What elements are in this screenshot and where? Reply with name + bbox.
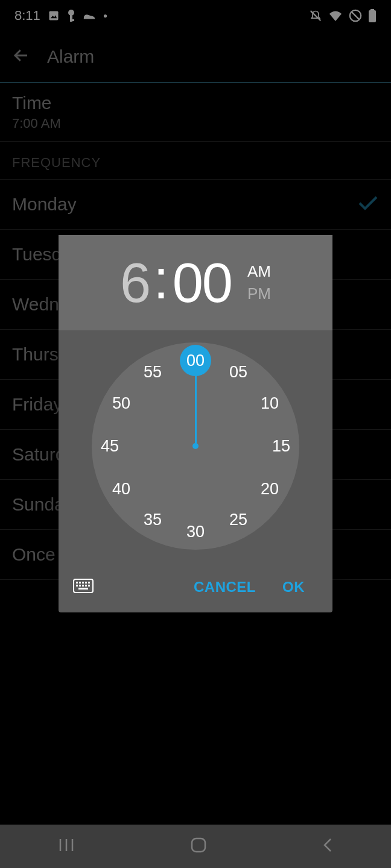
- svg-rect-16: [79, 585, 81, 587]
- pm-toggle[interactable]: PM: [247, 285, 271, 303]
- svg-rect-13: [85, 582, 87, 583]
- keyboard-icon[interactable]: [73, 579, 94, 596]
- minute-tick[interactable]: 20: [254, 473, 285, 505]
- minute-tick[interactable]: 30: [180, 516, 211, 547]
- minute-tick[interactable]: 00: [180, 345, 211, 376]
- cancel-button[interactable]: CANCEL: [180, 573, 269, 602]
- minute-tick[interactable]: 25: [223, 505, 254, 536]
- svg-rect-17: [82, 585, 84, 587]
- svg-rect-20: [78, 588, 88, 590]
- svg-rect-14: [88, 582, 90, 583]
- clock-face[interactable]: 000510152025303540455055: [92, 342, 299, 550]
- time-picker-dialog: 6 : 00 AM PM 000510152025303540455055 CA…: [59, 235, 332, 612]
- time-colon: :: [150, 248, 173, 311]
- minute-tick[interactable]: 10: [254, 388, 285, 419]
- minute-tick[interactable]: 55: [137, 356, 168, 388]
- minute-tick[interactable]: 45: [94, 430, 126, 462]
- minute-tick[interactable]: 50: [106, 388, 137, 419]
- minute-tick[interactable]: 40: [106, 473, 137, 505]
- svg-rect-11: [79, 582, 81, 583]
- hour-display[interactable]: 6: [120, 251, 150, 315]
- svg-rect-12: [82, 582, 84, 583]
- minute-tick[interactable]: 35: [137, 505, 168, 536]
- minute-display[interactable]: 00: [173, 251, 232, 315]
- svg-rect-15: [76, 585, 78, 587]
- clock-center: [192, 443, 199, 449]
- time-picker-header: 6 : 00 AM PM: [59, 235, 332, 330]
- ok-button[interactable]: OK: [269, 573, 318, 602]
- clock-area: 000510152025303540455055: [59, 330, 332, 562]
- am-toggle[interactable]: AM: [247, 262, 271, 281]
- svg-rect-19: [88, 585, 90, 587]
- svg-rect-18: [85, 585, 87, 587]
- minute-tick[interactable]: 15: [265, 430, 297, 462]
- svg-rect-10: [76, 582, 78, 583]
- minute-tick[interactable]: 05: [223, 356, 254, 388]
- dialog-actions: CANCEL OK: [59, 562, 332, 612]
